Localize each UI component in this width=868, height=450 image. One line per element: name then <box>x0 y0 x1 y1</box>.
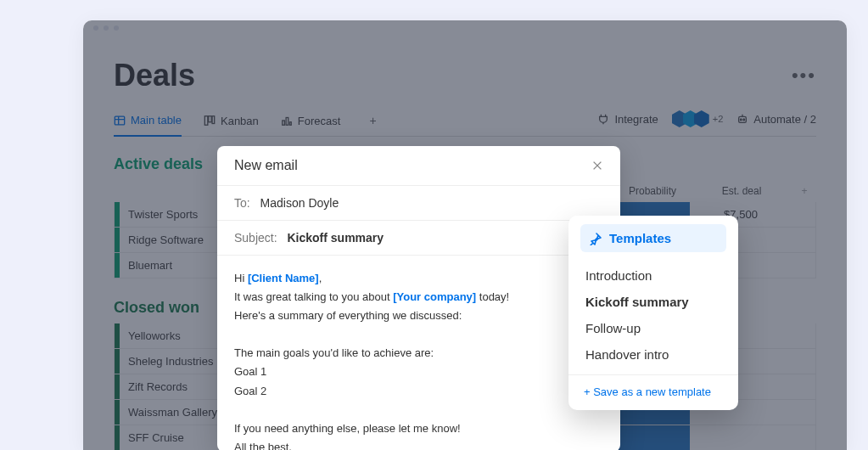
svg-rect-4 <box>209 116 212 122</box>
subject-label: Subject: <box>234 231 277 245</box>
svg-point-11 <box>741 119 742 121</box>
placeholder-your-company[interactable]: [Your company] <box>393 290 476 303</box>
svg-rect-0 <box>115 116 124 125</box>
templates-list: Introduction Kickoff summary Follow-up H… <box>568 259 738 374</box>
body-text: Goal 1 <box>234 363 603 381</box>
body-text: If you need anything else, please let me… <box>234 419 603 438</box>
plug-icon <box>597 113 609 125</box>
to-field[interactable]: To: Madison Doyle <box>217 186 620 221</box>
body-text: Goal 2 <box>234 382 603 401</box>
automate-button[interactable]: Automate / 2 <box>736 113 816 126</box>
tab-label: Kanban <box>221 115 259 127</box>
integration-avatars[interactable]: +2 <box>672 110 724 127</box>
tab-kanban[interactable]: Kanban <box>204 109 259 136</box>
close-button[interactable] <box>591 160 603 172</box>
chart-icon <box>281 115 293 127</box>
table-icon <box>114 115 126 127</box>
automate-label: Automate / 2 <box>753 113 816 126</box>
tab-forecast[interactable]: Forecast <box>281 109 341 136</box>
svg-rect-6 <box>283 121 285 125</box>
close-icon <box>591 160 603 172</box>
template-item-kickoff-summary[interactable]: Kickoff summary <box>585 289 721 315</box>
view-tabs: Main table Kanban Forecast + <box>114 109 384 136</box>
svg-rect-5 <box>212 116 215 124</box>
integration-extra-count: +2 <box>713 114 724 124</box>
new-email-modal: New email To: Madison Doyle Subject: Kic… <box>217 146 620 450</box>
body-text: , <box>319 272 322 284</box>
save-as-template-button[interactable]: + Save as a new template <box>568 374 738 410</box>
placeholder-client-name[interactable]: [Client Name] <box>248 272 319 284</box>
col-header-est-deal: Est. deal <box>691 185 792 197</box>
template-item-follow-up[interactable]: Follow-up <box>585 315 721 341</box>
window-titlebar <box>83 20 847 36</box>
board-toolbar: Main table Kanban Forecast + <box>114 109 816 137</box>
body-text: The main goals you'd like to achieve are… <box>234 344 603 363</box>
integrate-label: Integrate <box>614 113 658 126</box>
to-label: To: <box>234 196 250 210</box>
template-item-handover-intro[interactable]: Handover intro <box>585 341 721 368</box>
page-title: Deals <box>114 58 195 93</box>
window-dot <box>114 25 119 31</box>
add-column-button[interactable]: + <box>792 185 816 197</box>
pin-icon <box>589 232 602 245</box>
to-value: Madison Doyle <box>260 196 339 210</box>
svg-point-12 <box>743 119 745 121</box>
integration-hex-icon <box>694 110 709 127</box>
window-dot <box>104 25 109 31</box>
templates-header: Templates <box>580 224 726 252</box>
toolbar-right: Integrate +2 Automate / 2 <box>597 110 816 134</box>
subject-field[interactable]: Subject: Kickoff summary <box>217 221 620 256</box>
body-text: Hi <box>234 272 248 284</box>
templates-title: Templates <box>609 231 671 245</box>
col-header-probability: Probability <box>614 185 691 197</box>
tab-main-table[interactable]: Main table <box>114 109 182 137</box>
svg-rect-3 <box>204 116 208 126</box>
tab-label: Forecast <box>298 115 341 127</box>
more-menu-button[interactable]: ••• <box>792 65 816 87</box>
svg-rect-7 <box>286 118 288 126</box>
body-text: Here's a summary of everything we discus… <box>234 307 603 325</box>
robot-icon <box>736 113 748 125</box>
kanban-icon <box>204 115 216 127</box>
templates-popover: Templates Introduction Kickoff summary F… <box>568 216 738 410</box>
template-item-introduction[interactable]: Introduction <box>585 262 721 289</box>
body-text: today! <box>476 290 509 303</box>
integrate-button[interactable]: Integrate <box>597 113 658 126</box>
probability-cell[interactable] <box>613 425 690 450</box>
body-text: All the best, <box>234 438 603 450</box>
app-header: Deals ••• <box>114 58 816 93</box>
tab-label: Main table <box>131 114 182 127</box>
body-text: It was great talking to you about <box>234 290 393 303</box>
subject-value: Kickoff summary <box>287 231 384 245</box>
window-dot <box>93 25 98 31</box>
email-body[interactable]: Hi [Client Name], It was great talking t… <box>217 256 620 450</box>
svg-rect-8 <box>289 122 291 126</box>
modal-header: New email <box>217 146 620 186</box>
add-view-button[interactable]: + <box>362 109 383 136</box>
modal-title: New email <box>234 158 298 173</box>
